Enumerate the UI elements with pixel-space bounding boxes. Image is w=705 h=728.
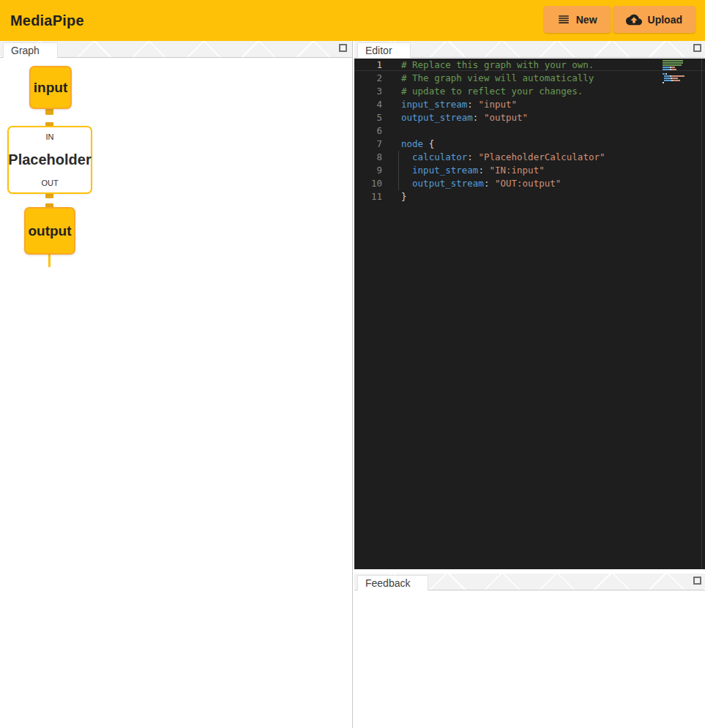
minimap-line: [663, 80, 689, 81]
cloud-upload-icon: [626, 12, 642, 28]
code-editor[interactable]: 1234567891011 # Replace this graph with …: [354, 59, 705, 569]
app-window: MediaPipe New Upload Graph: [0, 0, 705, 728]
code-line: [401, 124, 646, 138]
code-line: input_stream: "IN:input": [401, 164, 646, 177]
code-line: output_stream: "OUT:output": [401, 177, 646, 190]
graph-panel-tabstrip: Graph: [0, 41, 353, 58]
line-number: 7: [354, 138, 382, 151]
code-line: calculator: "PlaceholderCalculator": [401, 151, 646, 164]
minimap-line: [663, 75, 689, 77]
line-number: 2: [354, 72, 382, 85]
minimap-line: [663, 78, 689, 79]
minimap-line: [663, 82, 689, 83]
feedback-panel-tabstrip: Feedback: [354, 574, 705, 590]
upload-button-label: Upload: [648, 14, 682, 26]
line-number: 3: [354, 85, 382, 98]
header-buttons: New Upload: [544, 6, 695, 33]
code-line: # update to reflect your changes.: [401, 85, 646, 98]
line-number: 10: [354, 177, 382, 190]
minimap-line: [663, 60, 689, 61]
maximize-icon[interactable]: [693, 44, 701, 52]
minimap-line: [663, 69, 689, 70]
line-number: 1: [354, 59, 382, 72]
graph-node-placeholder[interactable]: IN Placeholder OUT: [7, 126, 92, 194]
code-line: # Replace this graph with your own.: [401, 59, 646, 72]
editor-gutter: 1234567891011: [354, 59, 382, 203]
code-lines: # Replace this graph with your own.# The…: [401, 59, 646, 203]
app-title: MediaPipe: [10, 12, 84, 29]
minimap-line: [663, 62, 689, 64]
maximize-icon[interactable]: [693, 577, 701, 585]
panel-divider[interactable]: [352, 41, 353, 728]
line-number: 11: [354, 190, 382, 203]
output-port-label: OUT: [41, 179, 58, 187]
maximize-icon[interactable]: [339, 44, 347, 52]
feedback-content: [354, 591, 705, 728]
code-line: # The graph view will automatically: [401, 72, 646, 85]
graph-node-label: Placeholder: [8, 151, 91, 168]
code-line: }: [401, 190, 646, 203]
minimap-line: [663, 73, 689, 75]
line-number: 4: [354, 98, 382, 111]
input-port-label: IN: [46, 132, 54, 141]
line-number: 6: [354, 124, 382, 138]
new-button[interactable]: New: [544, 6, 611, 33]
graph-node-label: output: [28, 223, 71, 239]
overview-ruler: [701, 59, 702, 569]
line-number: 9: [354, 164, 382, 177]
app-header: MediaPipe New Upload: [0, 0, 705, 41]
code-line: output_stream: "output": [401, 111, 646, 124]
code-line: input_stream: "input": [401, 98, 646, 111]
graph-node-label: input: [34, 80, 67, 96]
code-line: node {: [401, 138, 646, 151]
upload-button[interactable]: Upload: [613, 6, 695, 33]
minimap-line: [663, 71, 689, 72]
line-number: 8: [354, 151, 382, 164]
graph-node-output[interactable]: output: [24, 207, 75, 255]
reorder-icon: [557, 13, 570, 26]
tab-feedback[interactable]: Feedback: [357, 575, 428, 590]
line-number: 5: [354, 111, 382, 124]
minimap-line: [663, 64, 689, 66]
tab-graph[interactable]: Graph: [3, 42, 58, 58]
minimap-line: [663, 67, 689, 68]
tab-editor[interactable]: Editor: [357, 42, 411, 58]
new-button-label: New: [576, 14, 597, 26]
editor-panel-tabstrip: Editor: [354, 41, 705, 58]
minimap[interactable]: [663, 60, 689, 84]
graph-canvas[interactable]: input IN Placeholder OUT output: [0, 59, 352, 728]
graph-node-input[interactable]: input: [29, 66, 72, 109]
